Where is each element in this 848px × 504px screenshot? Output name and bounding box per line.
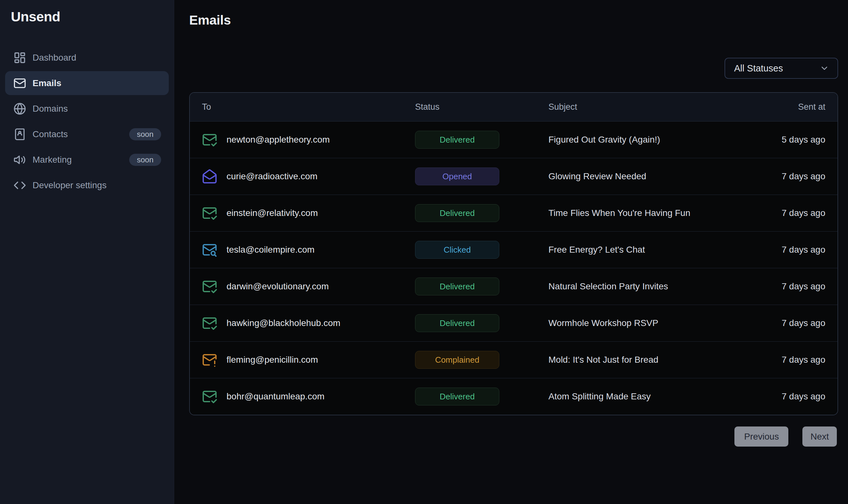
- table-row[interactable]: tesla@coilempire.comClickedFree Energy? …: [190, 231, 837, 268]
- mail-check-icon: [202, 389, 217, 404]
- cell-status: Delivered: [415, 131, 548, 149]
- cell-sent-at: 7 days ago: [723, 318, 825, 328]
- cell-status: Delivered: [415, 314, 548, 332]
- recipient-email: curie@radioactive.com: [227, 171, 318, 181]
- cell-subject: Time Flies When You're Having Fun: [548, 208, 723, 218]
- cell-to: fleming@penicillin.com: [202, 352, 415, 367]
- sidebar-item-label: Contacts: [33, 129, 68, 139]
- cell-subject: Atom Splitting Made Easy: [548, 391, 723, 402]
- contacts-icon: [13, 128, 26, 141]
- status-badge: Clicked: [415, 241, 499, 259]
- cell-status: Clicked: [415, 241, 548, 259]
- dashboard-icon: [13, 51, 26, 64]
- cell-subject: Figured Out Gravity (Again!): [548, 134, 723, 145]
- cell-to: hawking@blackholehub.com: [202, 316, 415, 331]
- previous-button[interactable]: Previous: [735, 427, 788, 447]
- status-filter-dropdown[interactable]: All Statuses: [724, 58, 838, 79]
- page-title: Emails: [189, 13, 838, 28]
- table-row[interactable]: einstein@relativity.comDeliveredTime Fli…: [190, 195, 837, 231]
- cell-sent-at: 7 days ago: [723, 208, 825, 218]
- soon-badge: soon: [129, 128, 161, 140]
- cell-sent-at: 7 days ago: [723, 355, 825, 365]
- cell-to: newton@appletheory.com: [202, 132, 415, 147]
- status-badge: Delivered: [415, 314, 499, 332]
- sidebar-item-label: Developer settings: [33, 180, 107, 191]
- recipient-email: einstein@relativity.com: [227, 208, 318, 218]
- sidebar-item-domains[interactable]: Domains: [5, 97, 169, 121]
- mail-search-icon: [202, 242, 217, 257]
- sidebar-item-dashboard[interactable]: Dashboard: [5, 46, 169, 70]
- table-row[interactable]: newton@appletheory.comDeliveredFigured O…: [190, 122, 837, 158]
- cell-status: Delivered: [415, 277, 548, 295]
- sidebar-item-label: Emails: [33, 78, 61, 88]
- cell-status: Complained: [415, 351, 548, 369]
- cell-sent-at: 7 days ago: [723, 281, 825, 291]
- recipient-email: fleming@penicillin.com: [227, 355, 318, 365]
- sidebar-item-marketing[interactable]: Marketingsoon: [5, 148, 169, 172]
- table-row[interactable]: hawking@blackholehub.comDeliveredWormhol…: [190, 305, 837, 341]
- sidebar-item-label: Domains: [33, 104, 68, 114]
- filter-row: All Statuses: [189, 58, 838, 79]
- cell-to: bohr@quantumleap.com: [202, 389, 415, 404]
- main-content: Emails All Statuses To Status Subject Se…: [174, 0, 848, 504]
- code-icon: [13, 179, 26, 192]
- sidebar-item-label: Dashboard: [33, 53, 76, 63]
- status-badge: Delivered: [415, 277, 499, 295]
- app-root: Unsend DashboardEmailsDomainsContactssoo…: [0, 0, 848, 504]
- recipient-email: tesla@coilempire.com: [227, 245, 314, 255]
- column-header-sent-at: Sent at: [723, 102, 825, 112]
- table-row[interactable]: bohr@quantumleap.comDeliveredAtom Splitt…: [190, 378, 837, 415]
- cell-sent-at: 7 days ago: [723, 171, 825, 181]
- app-title: Unsend: [5, 9, 169, 24]
- cell-sent-at: 7 days ago: [723, 245, 825, 255]
- table-row[interactable]: fleming@penicillin.comComplainedMold: It…: [190, 341, 837, 378]
- sidebar: Unsend DashboardEmailsDomainsContactssoo…: [0, 0, 174, 504]
- cell-sent-at: 7 days ago: [723, 391, 825, 402]
- cell-subject: Free Energy? Let's Chat: [548, 245, 723, 255]
- mail-warning-icon: [202, 352, 217, 367]
- cell-to: einstein@relativity.com: [202, 205, 415, 221]
- table-body: newton@appletheory.comDeliveredFigured O…: [190, 122, 837, 415]
- status-filter-value: All Statuses: [734, 63, 783, 74]
- column-header-status: Status: [415, 102, 548, 112]
- cell-subject: Mold: It's Not Just for Bread: [548, 355, 723, 365]
- pagination: Previous Next: [189, 427, 837, 447]
- mail-check-icon: [202, 132, 217, 147]
- cell-subject: Glowing Review Needed: [548, 171, 723, 181]
- soon-badge: soon: [129, 154, 161, 166]
- cell-to: curie@radioactive.com: [202, 169, 415, 184]
- status-badge: Opened: [415, 167, 499, 185]
- emails-table: To Status Subject Sent at newton@appleth…: [189, 92, 838, 415]
- cell-status: Opened: [415, 167, 548, 185]
- globe-icon: [13, 102, 26, 115]
- recipient-email: newton@appletheory.com: [227, 134, 330, 145]
- recipient-email: hawking@blackholehub.com: [227, 318, 340, 328]
- mail-check-icon: [202, 205, 217, 221]
- mail-open-icon: [202, 169, 217, 184]
- table-row[interactable]: darwin@evolutionary.comDeliveredNatural …: [190, 268, 837, 305]
- status-badge: Complained: [415, 351, 499, 369]
- table-header: To Status Subject Sent at: [190, 93, 837, 122]
- column-header-subject: Subject: [548, 102, 723, 112]
- cell-sent-at: 5 days ago: [723, 134, 825, 145]
- cell-status: Delivered: [415, 204, 548, 222]
- cell-to: darwin@evolutionary.com: [202, 279, 415, 294]
- status-badge: Delivered: [415, 388, 499, 406]
- mail-icon: [13, 77, 26, 90]
- table-row[interactable]: curie@radioactive.comOpenedGlowing Revie…: [190, 158, 837, 195]
- megaphone-icon: [13, 154, 26, 166]
- cell-subject: Wormhole Workshop RSVP: [548, 318, 723, 328]
- status-badge: Delivered: [415, 204, 499, 222]
- mail-check-icon: [202, 316, 217, 331]
- column-header-to: To: [202, 102, 415, 112]
- status-badge: Delivered: [415, 131, 499, 149]
- next-button[interactable]: Next: [802, 427, 837, 447]
- sidebar-item-label: Marketing: [33, 155, 72, 165]
- sidebar-item-emails[interactable]: Emails: [5, 71, 169, 95]
- sidebar-item-contacts[interactable]: Contactssoon: [5, 122, 169, 146]
- cell-status: Delivered: [415, 388, 548, 406]
- cell-subject: Natural Selection Party Invites: [548, 281, 723, 291]
- sidebar-item-developer-settings[interactable]: Developer settings: [5, 173, 169, 197]
- sidebar-nav: DashboardEmailsDomainsContactssoonMarket…: [5, 46, 169, 197]
- chevron-down-icon: [819, 64, 829, 73]
